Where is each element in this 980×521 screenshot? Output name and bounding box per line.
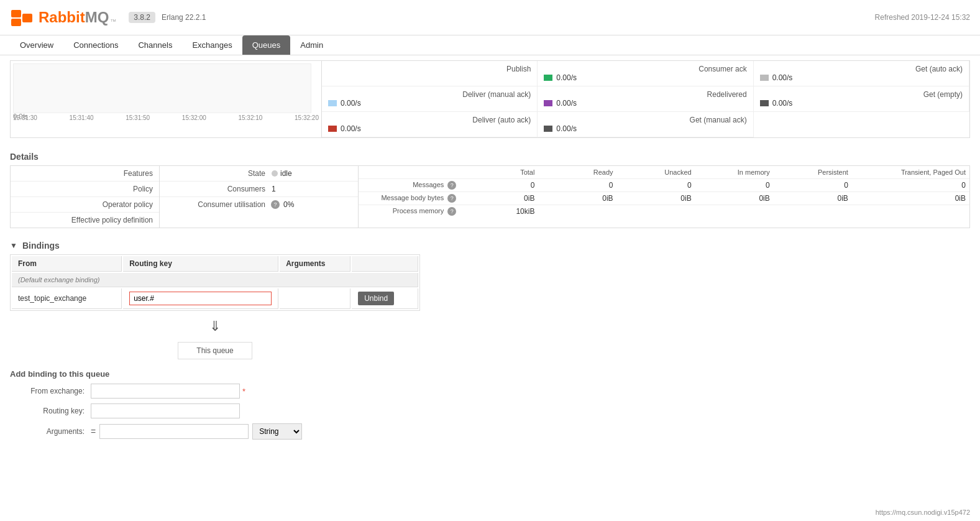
deliver-auto-dot: [328, 126, 337, 132]
this-queue-box: This queue: [178, 342, 252, 359]
nav-admin[interactable]: Admin: [290, 35, 333, 55]
erlang-badge: Erlang 22.2.1: [162, 13, 206, 22]
from-exchange-required: *: [242, 387, 245, 396]
chart-cell-get-auto: Get (auto ack) 0.00/s: [754, 61, 969, 86]
get-empty-value: 0.00/s: [760, 99, 963, 108]
collapse-arrow: ▼: [10, 241, 17, 250]
binding-routing-key-input[interactable]: [129, 292, 272, 305]
chart-times: 15:31:30 15:31:40 15:31:50 15:32:00 15:3…: [13, 113, 319, 122]
details-middle-panel: State idle Consumers 1 Consumer utilisat…: [160, 166, 359, 228]
arguments-label: Arguments:: [10, 427, 85, 436]
messages-stats-label: Messages ?: [362, 181, 456, 190]
header: RabbitMQ ™ 3.8.2 Erlang 22.2.1 Refreshed…: [0, 0, 980, 35]
svg-rect-2: [22, 14, 32, 22]
procmem-total: 10kiB: [456, 207, 534, 216]
msgbytes-stats-label: Message body bytes ?: [362, 194, 456, 203]
consumer-utilisation-row: Consumer utilisation ? 0%: [160, 197, 358, 212]
binding-from: test_topic_exchange: [12, 288, 122, 309]
consumer-utilisation-label: Consumer utilisation: [166, 200, 265, 209]
get-auto-label: Get (auto ack): [760, 65, 963, 73]
effective-policy-label: Effective policy definition: [11, 213, 159, 228]
state-value: idle: [272, 169, 292, 178]
msgbytes-persistent: 0iB: [770, 194, 848, 203]
arguments-inputs: = String Integer Boolean: [91, 423, 302, 440]
messages-ready: 0: [534, 181, 613, 190]
type-select[interactable]: String Integer Boolean: [252, 423, 302, 440]
binding-args: [280, 288, 350, 309]
deliver-auto-value: 0.00/s: [328, 124, 531, 133]
nav-queues[interactable]: Queues: [242, 35, 291, 55]
consumers-label: Consumers: [166, 185, 265, 193]
get-manual-dot: [544, 126, 552, 132]
procmem-help[interactable]: ?: [447, 207, 456, 216]
nav-channels[interactable]: Channels: [128, 35, 182, 55]
messages-help[interactable]: ?: [447, 181, 456, 190]
bindings-th-args: Arguments: [280, 256, 350, 272]
time-4: 15:32:10: [238, 114, 262, 121]
chart-canvas: [13, 63, 311, 113]
routing-key-input[interactable]: [91, 403, 240, 418]
messages-transient: 0: [848, 181, 966, 190]
from-exchange-input[interactable]: [91, 384, 240, 399]
routing-key-row: Routing key:: [10, 403, 970, 418]
bindings-th-action: [352, 256, 418, 272]
msgbytes-ready: 0iB: [534, 194, 613, 203]
bindings-title: Bindings: [22, 241, 60, 251]
msgbytes-transient: 0iB: [848, 194, 966, 203]
default-binding-row: (Default exchange binding): [12, 273, 418, 287]
chart-y-label: 0.0/s: [13, 113, 28, 120]
nav-exchanges[interactable]: Exchanges: [182, 35, 242, 55]
arguments-value-input[interactable]: [99, 424, 249, 439]
deliver-manual-label: Deliver (manual ack): [328, 90, 531, 99]
time-2: 15:31:50: [126, 114, 150, 121]
stats-header-ready: Ready: [534, 168, 613, 176]
time-5: 15:32:20: [295, 114, 319, 121]
nav-overview[interactable]: Overview: [10, 35, 63, 55]
bindings-th-from: From: [12, 256, 122, 272]
stats-header-transient: Transient, Paged Out: [848, 168, 966, 176]
consumer-ack-label: Consumer ack: [544, 65, 746, 73]
chart-cell-deliver-manual: Deliver (manual ack) 0.00/s: [322, 86, 538, 112]
logo: RabbitMQ ™: [10, 5, 116, 30]
consumers-value: 1: [272, 185, 276, 193]
logo-icon: [10, 5, 35, 30]
get-auto-dot: [760, 75, 769, 81]
get-manual-label: Get (manual ack): [544, 116, 746, 124]
publish-label: Publish: [328, 65, 531, 73]
binding-row: test_topic_exchange Unbind: [12, 288, 418, 309]
consumer-utilisation-value: 0%: [283, 200, 294, 209]
policy-label: Policy: [11, 182, 159, 197]
procmem-stats-row: Process memory ? 10kiB: [359, 205, 969, 218]
chart-cell-get-manual: Get (manual ack) 0.00/s: [538, 112, 753, 137]
main-nav: Overview Connections Channels Exchanges …: [0, 35, 980, 55]
nav-connections[interactable]: Connections: [63, 35, 128, 55]
msgbytes-help[interactable]: ?: [447, 194, 456, 203]
binding-unbind-cell: Unbind: [352, 288, 418, 309]
messages-persistent: 0: [770, 181, 848, 190]
get-manual-value: 0.00/s: [544, 124, 746, 133]
equals-sign: =: [91, 426, 96, 436]
stats-header-inmemory: In memory: [692, 168, 770, 176]
consumer-utilisation-help[interactable]: ?: [271, 200, 280, 209]
bindings-section-header[interactable]: ▼ Bindings: [10, 234, 970, 254]
routing-key-label: Routing key:: [10, 407, 85, 415]
from-exchange-label: From exchange:: [10, 387, 85, 395]
idle-dot: [272, 170, 278, 177]
chart-cell-deliver-auto: Deliver (auto ack) 0.00/s: [322, 112, 538, 137]
logo-mq: MQ: [85, 9, 109, 26]
refresh-time: Refreshed 2019-12-24 15:32: [875, 13, 970, 22]
msgbytes-inmemory: 0iB: [692, 194, 770, 203]
msgbytes-stats-row: Message body bytes ? 0iB 0iB 0iB 0iB 0iB…: [359, 192, 969, 205]
details-stats-panel: Total Ready Unacked In memory Persistent…: [359, 166, 969, 228]
bindings-th-routing: Routing key: [123, 256, 278, 272]
time-3: 15:32:00: [182, 114, 206, 121]
get-empty-label: Get (empty): [760, 90, 963, 99]
messages-inmemory: 0: [692, 181, 770, 190]
details-panel: Features Policy Operator policy Effectiv…: [10, 165, 970, 228]
features-label: Features: [11, 166, 159, 182]
redelivered-label: Redelivered: [544, 90, 746, 99]
svg-rect-0: [11, 10, 21, 17]
deliver-auto-label: Deliver (auto ack): [328, 116, 531, 124]
consumer-ack-dot: [544, 75, 552, 81]
unbind-button[interactable]: Unbind: [358, 292, 394, 305]
